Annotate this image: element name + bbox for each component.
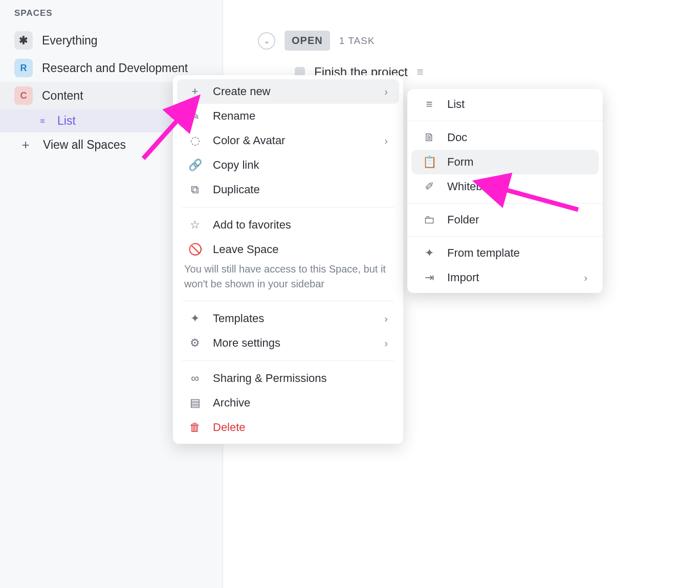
- status-badge-open[interactable]: OPEN: [285, 31, 330, 51]
- star-icon: ☆: [188, 218, 202, 232]
- sidebar-item-label: Research and Development: [42, 61, 188, 75]
- menu-item-label: Rename: [213, 109, 255, 123]
- menu-item-label: Create new: [213, 85, 271, 98]
- copy-icon: ⧉: [188, 183, 202, 196]
- menu-item-label: Color & Avatar: [213, 134, 285, 147]
- doc-icon: 🗎: [423, 131, 436, 144]
- sidebar-item-everything[interactable]: ✱ Everything: [0, 27, 223, 54]
- chevron-right-icon: ›: [384, 135, 388, 147]
- link-icon: 🔗: [188, 159, 202, 172]
- menu-item-label: Copy link: [213, 159, 259, 172]
- menu-more-settings[interactable]: ⚙ More settings ›: [177, 331, 399, 355]
- space-avatar-content: C: [14, 86, 33, 105]
- divider: [182, 301, 394, 301]
- list-icon: ≡: [423, 98, 436, 111]
- menu-item-label: List: [447, 98, 465, 111]
- menu-item-label: Delete: [213, 421, 246, 434]
- archive-icon: ▤: [188, 396, 202, 410]
- menu-item-label: Templates: [213, 312, 264, 325]
- list-icon: ≡: [37, 117, 48, 126]
- sparkle-icon: ✦: [188, 312, 202, 325]
- trash-icon: 🗑: [188, 421, 202, 434]
- sidebar-item-label: View all Spaces: [43, 138, 126, 152]
- whiteboard-icon: ✐: [423, 180, 436, 193]
- menu-templates[interactable]: ✦ Templates ›: [177, 306, 399, 331]
- submenu-folder[interactable]: 🗀 Folder: [411, 208, 599, 232]
- menu-delete[interactable]: 🗑 Delete: [177, 415, 399, 440]
- menu-item-label: Archive: [213, 396, 250, 410]
- divider: [407, 203, 603, 203]
- submenu-list[interactable]: ≡ List: [411, 92, 599, 117]
- context-menu: + Create new › ✎ Rename ◌ Color & Avatar…: [173, 75, 403, 444]
- submenu-whiteboard[interactable]: ✐ Whiteboard: [411, 174, 599, 199]
- status-row: ⌄ OPEN 1 TASK: [223, 0, 700, 51]
- menu-item-label: Sharing & Permissions: [213, 372, 327, 385]
- form-icon: 📋: [423, 155, 436, 169]
- import-icon: ⇥: [423, 271, 436, 284]
- menu-add-favorites[interactable]: ☆ Add to favorites: [177, 213, 399, 237]
- leave-space-description: You will still have access to this Space…: [173, 262, 403, 296]
- droplet-icon: ◌: [188, 134, 202, 147]
- plus-icon: +: [20, 137, 31, 153]
- submenu-form[interactable]: 📋 Form: [411, 150, 599, 174]
- pencil-icon: ✎: [188, 109, 202, 123]
- sidebar-item-label: List: [57, 114, 76, 128]
- menu-archive[interactable]: ▤ Archive: [177, 391, 399, 415]
- share-icon: ∞: [188, 372, 202, 385]
- menu-sharing[interactable]: ∞ Sharing & Permissions: [177, 366, 399, 391]
- gear-icon: ⚙: [188, 336, 202, 350]
- menu-color-avatar[interactable]: ◌ Color & Avatar ›: [177, 128, 399, 153]
- create-new-submenu: ≡ List 🗎 Doc 📋 Form ✐ Whiteboard 🗀 Folde…: [407, 89, 603, 293]
- submenu-doc[interactable]: 🗎 Doc: [411, 125, 599, 150]
- menu-item-label: Form: [447, 155, 473, 169]
- chevron-right-icon: ›: [384, 86, 388, 98]
- divider: [407, 236, 603, 237]
- chevron-right-icon: ›: [384, 337, 388, 349]
- plus-icon: +: [188, 85, 202, 98]
- divider: [182, 207, 394, 208]
- sparkle-icon: ✦: [423, 246, 436, 260]
- chevron-right-icon: ›: [584, 272, 587, 284]
- menu-item-label: From template: [447, 246, 520, 260]
- sidebar-item-label: Content: [42, 89, 83, 103]
- menu-item-label: Duplicate: [213, 183, 260, 196]
- eye-off-icon: 🚫: [188, 243, 202, 256]
- menu-item-label: Import: [447, 271, 479, 284]
- submenu-import[interactable]: ⇥ Import ›: [411, 265, 599, 290]
- menu-item-label: Leave Space: [213, 243, 278, 256]
- submenu-from-template[interactable]: ✦ From template: [411, 241, 599, 265]
- menu-item-label: Add to favorites: [213, 218, 291, 232]
- folder-icon: 🗀: [423, 213, 436, 227]
- menu-item-label: Folder: [447, 213, 479, 227]
- menu-copy-link[interactable]: 🔗 Copy link: [177, 153, 399, 177]
- task-menu-icon[interactable]: ≡: [417, 65, 424, 79]
- space-avatar-research: R: [14, 59, 33, 77]
- task-count: 1 TASK: [339, 35, 375, 47]
- menu-rename[interactable]: ✎ Rename: [177, 104, 399, 128]
- everything-icon: ✱: [14, 31, 33, 50]
- menu-duplicate[interactable]: ⧉ Duplicate: [177, 177, 399, 202]
- sidebar-item-label: Everything: [42, 34, 98, 48]
- menu-leave-space[interactable]: 🚫 Leave Space: [177, 237, 399, 262]
- menu-item-label: More settings: [213, 336, 280, 350]
- menu-item-label: Whiteboard: [447, 180, 505, 193]
- collapse-toggle[interactable]: ⌄: [258, 32, 275, 50]
- divider: [182, 360, 394, 361]
- menu-item-label: Doc: [447, 131, 467, 144]
- divider: [407, 121, 603, 121]
- chevron-right-icon: ›: [384, 313, 388, 325]
- menu-create-new[interactable]: + Create new ›: [177, 79, 399, 104]
- sidebar-header: SPACES: [0, 0, 223, 27]
